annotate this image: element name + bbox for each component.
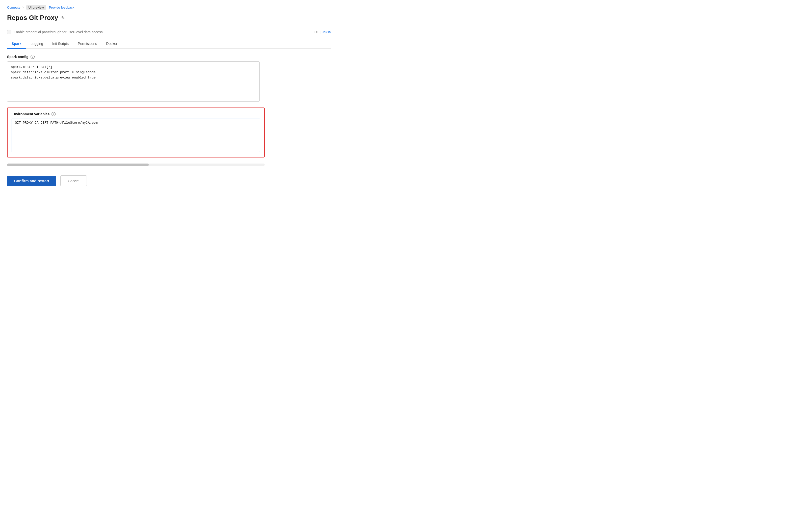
tab-spark[interactable]: Spark bbox=[7, 39, 26, 49]
env-first-line-input[interactable] bbox=[12, 119, 260, 127]
env-variables-label-text: Environment variables bbox=[12, 112, 50, 116]
spark-config-textarea[interactable] bbox=[7, 61, 260, 102]
credential-left: Enable credential passthrough for user-l… bbox=[7, 30, 103, 34]
horizontal-scrollbar-track[interactable] bbox=[7, 164, 264, 166]
horizontal-scrollbar-thumb[interactable] bbox=[7, 164, 149, 166]
breadcrumb-feedback-link[interactable]: Provide feedback bbox=[49, 5, 74, 10]
json-toggle-link[interactable]: JSON bbox=[323, 30, 331, 34]
edit-icon[interactable]: ✎ bbox=[61, 15, 65, 21]
breadcrumb-compute-link[interactable]: Compute bbox=[7, 5, 20, 10]
credential-label: Enable credential passthrough for user-l… bbox=[14, 30, 103, 34]
env-variables-section: Environment variables ? bbox=[7, 108, 264, 157]
env-textarea-wrapper bbox=[12, 119, 260, 153]
spark-config-label: Spark config ? bbox=[7, 55, 331, 59]
tab-permissions[interactable]: Permissions bbox=[73, 39, 102, 49]
title-row: Repos Git Proxy ✎ bbox=[7, 14, 331, 22]
tab-docker[interactable]: Docker bbox=[102, 39, 122, 49]
tab-init-scripts[interactable]: Init Scripts bbox=[48, 39, 73, 49]
ui-toggle-label[interactable]: UI bbox=[314, 30, 318, 34]
env-extra-area-textarea[interactable] bbox=[12, 127, 260, 152]
footer-buttons: Confirm and restart Cancel bbox=[7, 170, 331, 191]
cancel-button[interactable]: Cancel bbox=[60, 175, 87, 186]
tab-logging[interactable]: Logging bbox=[26, 39, 48, 49]
env-variables-help-icon[interactable]: ? bbox=[52, 112, 56, 116]
page-title: Repos Git Proxy bbox=[7, 14, 58, 22]
ui-json-toggle: UI | JSON bbox=[314, 30, 331, 34]
breadcrumb: Compute > UI preview Provide feedback bbox=[7, 5, 331, 10]
breadcrumb-separator: > bbox=[22, 5, 24, 10]
tabs-bar: Spark Logging Init Scripts Permissions D… bbox=[7, 39, 331, 49]
env-variables-label: Environment variables ? bbox=[12, 112, 260, 116]
toggle-separator: | bbox=[320, 30, 320, 34]
credential-row: Enable credential passthrough for user-l… bbox=[7, 30, 331, 34]
spark-config-help-icon[interactable]: ? bbox=[31, 55, 35, 59]
spark-config-label-text: Spark config bbox=[7, 55, 29, 59]
breadcrumb-current: UI preview bbox=[26, 5, 46, 10]
confirm-restart-button[interactable]: Confirm and restart bbox=[7, 176, 56, 186]
title-divider bbox=[7, 26, 331, 26]
credential-checkbox[interactable] bbox=[7, 30, 11, 34]
